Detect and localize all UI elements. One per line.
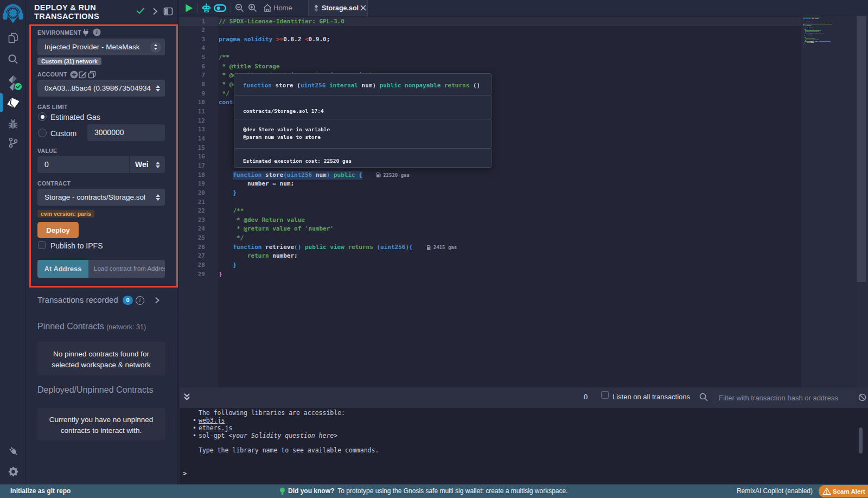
editor-minimap[interactable]	[801, 16, 857, 387]
pinned-contracts-title: Pinned Contracts (network: 31)	[37, 322, 146, 331]
environment-label: ENVIRONMENT	[37, 29, 81, 36]
pin-panel-icon[interactable]	[163, 7, 173, 16]
unpinned-empty-box: Currently you have no unpinnedcontracts …	[37, 408, 165, 440]
terminal-scrollbar-thumb[interactable]	[859, 427, 863, 454]
line-number: 12	[180, 117, 205, 126]
ai-copilot-robot-icon[interactable]	[202, 3, 210, 12]
line-number: 19	[180, 180, 205, 189]
copilot-status[interactable]: RemixAI Copilot (enabled)	[737, 487, 813, 495]
fork-state-icon[interactable]	[82, 29, 89, 36]
line-number: 1	[180, 17, 205, 27]
close-tab-icon[interactable]	[360, 5, 366, 11]
estimated-gas-label: Estimated Gas	[50, 113, 100, 122]
editor-scrollbar-thumb[interactable]	[857, 16, 866, 282]
web3-link[interactable]: web3.js	[199, 417, 225, 425]
solidity-compiler-icon[interactable]	[0, 74, 26, 91]
at-address-button[interactable]: At Address	[37, 260, 88, 278]
git-icon[interactable]	[0, 137, 26, 149]
line-number: 5	[180, 53, 205, 62]
search-icon[interactable]	[0, 53, 26, 65]
panel-collapse-chevron-icon[interactable]	[152, 8, 158, 15]
terminal-body[interactable]: The following libraries are accessible: …	[180, 408, 868, 484]
storage-sol-tab[interactable]: Storage.sol	[308, 0, 368, 16]
plugin-manager-icon[interactable]	[0, 445, 26, 457]
line-number: 10	[180, 98, 205, 107]
line-number: 7	[180, 71, 205, 80]
value-unit-select[interactable]: Wei	[135, 156, 149, 173]
terminal-collapse-icon[interactable]	[183, 393, 190, 401]
line-number: 9	[180, 90, 205, 99]
publish-ipfs-checkbox[interactable]	[38, 241, 46, 249]
code-line: * @title Storage	[219, 62, 280, 72]
zoom-out-icon[interactable]	[235, 3, 244, 12]
listen-transactions-label: Listen on all transactions	[612, 393, 690, 401]
line-number: 17	[180, 162, 205, 171]
listen-transactions-checkbox[interactable]	[601, 391, 609, 399]
copy-account-icon[interactable]	[88, 71, 96, 79]
unpinned-contracts-title: Deployed/Unpinned Contracts	[37, 385, 153, 395]
debugger-icon[interactable]	[0, 118, 26, 130]
sign-message-icon[interactable]	[79, 71, 87, 79]
zoom-in-icon[interactable]	[248, 3, 257, 12]
at-address-input[interactable]: Load contract from Addres	[88, 260, 165, 278]
terminal-filter-input[interactable]: Filter with transaction hash or address	[712, 391, 856, 405]
custom-gas-radio[interactable]	[38, 129, 47, 137]
code-line: number = num;	[219, 180, 294, 189]
clear-console-icon[interactable]	[858, 393, 866, 401]
deploy-run-icon[interactable]	[0, 96, 26, 109]
terminal-line: The following libraries are accessible:	[199, 410, 345, 417]
home-tab[interactable]: Home	[273, 4, 292, 12]
add-account-icon[interactable]	[70, 71, 78, 79]
code-line: */	[219, 90, 229, 99]
gas-estimate-widget: 22520 gas	[376, 171, 410, 180]
ethers-link[interactable]: ethers.js	[199, 425, 232, 432]
environment-caret-icon	[150, 42, 161, 53]
settings-icon[interactable]	[0, 465, 26, 477]
tooltip-location: contracts/Storage.sol 17:4	[234, 95, 492, 119]
code-line: return number;	[219, 252, 298, 261]
account-select[interactable]: 0xA03...85ac4 (0.398673504934	[37, 80, 165, 97]
remix-logo[interactable]	[0, 3, 26, 23]
compile-success-check-icon	[136, 7, 145, 15]
git-init-button[interactable]: Initialize as git repo	[10, 487, 71, 495]
line-number: 13	[180, 125, 205, 135]
file-explorer-icon[interactable]	[0, 32, 26, 44]
line-number: 21	[180, 198, 205, 207]
transactions-expand-chevron-icon[interactable]	[155, 297, 160, 304]
line-number: 16	[180, 152, 205, 162]
line-number: 11	[180, 107, 205, 117]
line-number: 3	[180, 35, 205, 44]
warning-triangle-icon	[822, 487, 831, 495]
code-editor[interactable]: 1// SPDX-License-Identifier: GPL-3.023pr…	[180, 16, 868, 387]
code-line: // SPDX-License-Identifier: GPL-3.0	[219, 17, 344, 27]
code-line: }	[219, 261, 237, 270]
copilot-toggle-icon[interactable]	[214, 4, 226, 12]
line-number: 29	[180, 270, 205, 279]
estimated-gas-radio[interactable]	[38, 112, 47, 121]
line-number: 26	[180, 243, 205, 252]
home-tab-icon[interactable]	[263, 4, 272, 12]
panel-divider	[27, 315, 178, 315]
deploy-button[interactable]: Deploy	[37, 222, 79, 238]
lightbulb-icon	[279, 487, 286, 495]
run-script-icon[interactable]	[184, 3, 194, 13]
scam-alert-button[interactable]: Scam Alert	[819, 485, 868, 497]
terminal-prompt[interactable]: >	[183, 470, 187, 477]
contract-select[interactable]: Storage - contracts/Storage.sol	[37, 189, 165, 206]
line-number: 15	[180, 144, 205, 153]
line-number: 23	[180, 216, 205, 225]
code-line: * @dev Return value	[219, 216, 309, 225]
environment-info-icon[interactable]: i	[93, 28, 101, 36]
editor-scrollbar[interactable]	[857, 16, 868, 387]
pinned-empty-box: No pinned contracts found forselected wo…	[37, 342, 165, 375]
transactions-info-icon[interactable]: i	[136, 296, 144, 305]
tooltip-doc: @dev Store value in variable @param num …	[234, 119, 492, 149]
environment-select[interactable]: Injected Provider - MetaMask	[37, 39, 165, 55]
custom-gas-input[interactable]: 3000000	[87, 124, 165, 141]
code-line: * @return value of 'number'	[219, 225, 334, 234]
line-number: 4	[180, 44, 205, 53]
line-number: 20	[180, 189, 205, 198]
value-input[interactable]: 0 Wei	[37, 156, 165, 173]
line-number: 18	[180, 171, 205, 180]
solidity-file-icon	[313, 4, 320, 12]
